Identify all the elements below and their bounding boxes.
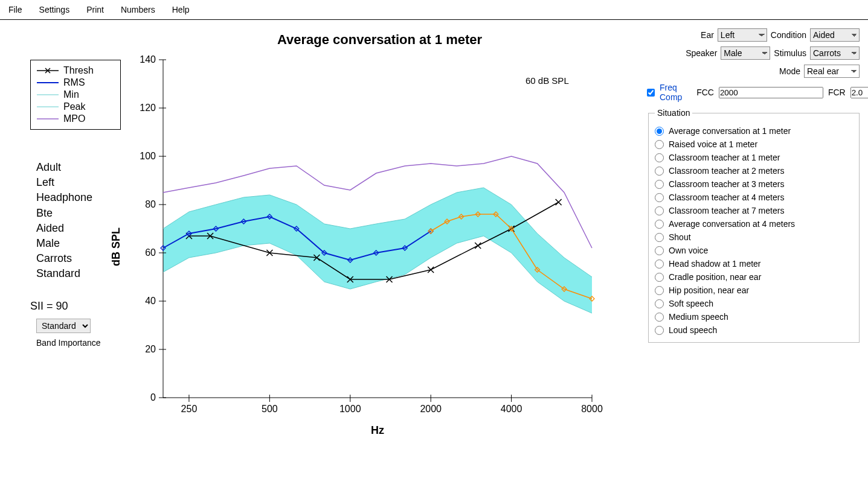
situation-radio[interactable] [655,167,664,176]
situation-option[interactable]: Shout [655,232,853,242]
menu-print[interactable]: Print [86,5,104,14]
situation-radio[interactable] [655,246,664,255]
situation-label: Loud speech [669,325,717,335]
sii-value: SII = 90 [12,300,133,313]
svg-text:Hz: Hz [371,424,384,436]
situation-label: Soft speech [669,299,713,308]
situation-label: Classroom teacher at 7 meters [669,206,784,215]
condition-select[interactable]: Aided [810,28,860,42]
svg-text:20: 20 [145,344,156,354]
situation-option[interactable]: Classroom teacher at 1 meter [655,153,853,162]
menu-settings[interactable]: Settings [39,5,70,14]
situation-label: Classroom teacher at 2 meters [669,166,784,176]
info-standard: Standard [36,266,133,281]
situation-option[interactable]: Classroom teacher at 4 meters [655,192,853,202]
fcc-input[interactable] [719,87,823,98]
situation-option[interactable]: Average conversation at 4 meters [655,219,853,229]
situation-option[interactable]: Head shadow at 1 meter [655,259,853,269]
band-importance-select[interactable]: Standard [36,319,91,333]
stimulus-select[interactable]: Carrots [810,46,860,60]
situation-radio[interactable] [655,286,664,295]
svg-text:0: 0 [150,392,156,402]
legend-peak: Peak [63,101,85,112]
svg-text:60: 60 [145,247,156,258]
situation-radio[interactable] [655,220,664,229]
speaker-select[interactable]: Male [721,46,770,60]
situation-option[interactable]: Average conversation at 1 meter [655,126,853,136]
svg-text:120: 120 [140,103,156,113]
mode-select[interactable]: Real ear [804,65,860,78]
situation-option[interactable]: Classroom teacher at 3 meters [655,179,853,189]
y-axis-label: dB SPL [110,228,123,266]
situation-option[interactable]: Own voice [655,246,853,255]
info-adult: Adult [36,160,133,175]
situation-label: Own voice [669,246,708,255]
legend-min: Min [63,89,79,100]
svg-text:1000: 1000 [339,404,361,414]
situation-radio[interactable] [655,140,664,149]
ear-label: Ear [701,30,714,40]
legend: Thresh RMS Min Peak MPO [30,60,121,130]
condition-label: Condition [771,30,806,40]
svg-text:80: 80 [145,199,156,209]
situation-radio[interactable] [655,127,664,136]
chart-area: Average conversation at 1 meter Thresh R… [0,20,638,488]
situation-option[interactable]: Classroom teacher at 7 meters [655,206,853,215]
svg-text:60 dB SPL: 60 dB SPL [526,75,569,86]
situation-radio[interactable] [655,259,664,269]
chart-title: Average conversation at 1 meter [133,32,626,48]
fcr-input[interactable] [850,87,868,98]
band-importance-label: Band Importance [12,338,133,348]
situation-group: Situation Average conversation at 1 mete… [648,108,860,343]
right-panel: Ear Left Condition Aided Speaker Male St… [638,20,868,488]
info-bte: Bte [36,206,133,221]
menu-numbers[interactable]: Numbers [121,5,155,14]
situation-label: Cradle position, near ear [669,272,761,282]
situation-option[interactable]: Hip position, near ear [655,285,853,295]
speaker-label: Speaker [686,48,717,58]
situation-label: Medium speech [669,312,728,322]
situation-label: Raised voice at 1 meter [669,139,757,149]
situation-label: Average conversation at 4 meters [669,219,795,229]
info-left: Left [36,175,133,190]
stimulus-label: Stimulus [774,48,806,58]
situation-option[interactable]: Soft speech [655,299,853,308]
menubar: File Settings Print Numbers Help [0,0,868,20]
situation-radio[interactable] [655,180,664,189]
svg-text:40: 40 [145,296,156,306]
menu-help[interactable]: Help [172,5,190,14]
chart-plot: 0204060801001201402505001000200040008000… [133,54,616,440]
situation-option[interactable]: Cradle position, near ear [655,272,853,282]
situation-label: Classroom teacher at 4 meters [669,192,784,202]
svg-text:2000: 2000 [420,404,442,414]
fcr-label: FCR [828,88,846,97]
situation-option[interactable]: Loud speech [655,325,853,335]
fcc-label: FCC [696,88,714,97]
situation-label: Shout [669,232,691,242]
situation-legend: Situation [655,108,692,118]
svg-text:250: 250 [181,404,198,414]
situation-radio[interactable] [655,273,664,282]
freq-comp-checkbox[interactable] [647,89,655,97]
situation-option[interactable]: Medium speech [655,312,853,322]
legend-thresh: Thresh [63,65,94,76]
svg-text:140: 140 [140,54,156,65]
situation-option[interactable]: Classroom teacher at 2 meters [655,166,853,176]
situation-radio[interactable] [655,206,664,215]
situation-option[interactable]: Raised voice at 1 meter [655,139,853,149]
situation-label: Classroom teacher at 1 meter [669,153,780,162]
situation-radio[interactable] [655,313,664,322]
situation-radio[interactable] [655,233,664,242]
info-headphone: Headphone [36,190,133,205]
situation-radio[interactable] [655,153,664,162]
menu-file[interactable]: File [8,5,22,14]
mode-label: Mode [779,66,800,76]
situation-radio[interactable] [655,299,664,308]
legend-rms: RMS [63,77,85,88]
ear-select[interactable]: Left [718,28,767,42]
svg-text:100: 100 [140,151,156,161]
situation-radio[interactable] [655,326,664,335]
legend-mpo: MPO [63,113,85,124]
freq-comp-label[interactable]: Freq Comp [660,83,682,102]
situation-radio[interactable] [655,193,664,202]
